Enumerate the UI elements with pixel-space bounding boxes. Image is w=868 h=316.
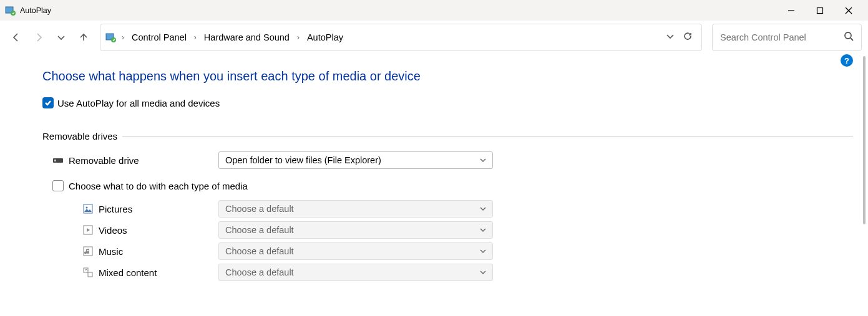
dropdown-value: Choose a default <box>225 225 294 235</box>
vertical-scrollbar[interactable] <box>862 56 867 312</box>
svg-rect-17 <box>88 272 92 277</box>
title-bar: AutoPlay <box>0 0 868 21</box>
music-dropdown[interactable]: Choose a default <box>218 242 493 260</box>
checkbox-unchecked-icon[interactable] <box>52 180 64 191</box>
dropdown-value: Choose a default <box>225 204 294 214</box>
row-mixed: Mixed content Choose a default <box>82 264 853 281</box>
svg-point-1 <box>11 11 16 16</box>
svg-rect-3 <box>817 7 823 13</box>
scrollbar-thumb[interactable] <box>863 56 866 224</box>
svg-point-13 <box>86 207 88 209</box>
row-pictures: Pictures Choose a default <box>82 200 853 218</box>
chevron-down-icon <box>480 204 486 214</box>
mixed-label: Mixed content <box>99 267 218 278</box>
row-music: Music Choose a default <box>82 242 853 260</box>
close-button[interactable] <box>834 0 863 21</box>
up-button[interactable] <box>74 27 94 47</box>
autoplay-app-icon <box>5 5 16 16</box>
videos-label: Videos <box>99 225 218 236</box>
row-videos: Videos Choose a default <box>82 221 853 239</box>
videos-icon <box>82 224 94 236</box>
svg-point-7 <box>111 37 116 42</box>
search-box[interactable] <box>712 24 862 51</box>
address-dropdown-button[interactable] <box>665 31 675 44</box>
svg-rect-15 <box>84 247 92 256</box>
music-icon <box>82 246 94 257</box>
pictures-dropdown[interactable]: Choose a default <box>218 200 493 218</box>
group-removable-drives: Removable drives <box>42 131 853 141</box>
page-title: Choose what happens when you insert each… <box>42 69 853 84</box>
dropdown-value: Choose a default <box>225 267 294 277</box>
global-autoplay-label: Use AutoPlay for all media and devices <box>57 98 220 108</box>
removable-drive-dropdown[interactable]: Open folder to view files (File Explorer… <box>218 151 493 169</box>
checkbox-checked-icon[interactable] <box>42 97 54 108</box>
breadcrumb-control-panel[interactable]: Control Panel <box>129 30 189 45</box>
location-icon <box>105 32 117 43</box>
dropdown-value: Open folder to view files (File Explorer… <box>225 155 381 165</box>
search-icon[interactable] <box>844 31 854 44</box>
chevron-right-icon[interactable]: › <box>120 33 125 42</box>
minimize-button[interactable] <box>777 0 806 21</box>
breadcrumb-autoplay[interactable]: AutoPlay <box>305 30 346 45</box>
back-button[interactable] <box>6 27 26 47</box>
svg-rect-11 <box>54 160 56 161</box>
window-controls <box>777 0 863 21</box>
media-type-list: Pictures Choose a default Videos Choose … <box>42 200 853 281</box>
pictures-icon <box>82 203 94 214</box>
search-input[interactable] <box>720 32 844 42</box>
chevron-down-icon <box>480 225 486 235</box>
media-type-toggle[interactable]: Choose what to do with each type of medi… <box>42 180 853 191</box>
chevron-down-icon <box>480 267 486 277</box>
nav-toolbar: › Control Panel › Hardware and Sound › A… <box>0 21 868 54</box>
breadcrumb-hardware-sound[interactable]: Hardware and Sound <box>202 30 292 45</box>
row-removable-drive: Removable drive Open folder to view file… <box>42 151 853 169</box>
group-label: Removable drives <box>42 131 117 141</box>
removable-drive-label: Removable drive <box>69 155 218 166</box>
content-pane: ? Choose what happens when you insert ea… <box>0 54 868 281</box>
help-icon[interactable]: ? <box>841 54 853 67</box>
media-type-label: Choose what to do with each type of medi… <box>69 181 248 191</box>
pictures-label: Pictures <box>99 204 218 214</box>
chevron-down-icon <box>480 246 486 256</box>
svg-line-9 <box>851 38 853 41</box>
dropdown-value: Choose a default <box>225 246 294 256</box>
chevron-down-icon <box>480 155 486 165</box>
global-autoplay-toggle[interactable]: Use AutoPlay for all media and devices <box>42 97 853 108</box>
divider <box>122 136 853 136</box>
mixed-dropdown[interactable]: Choose a default <box>218 264 493 281</box>
removable-drive-icon <box>52 155 64 166</box>
window-title: AutoPlay <box>20 6 51 15</box>
svg-point-8 <box>845 32 851 39</box>
maximize-button[interactable] <box>806 0 834 21</box>
history-dropdown-button[interactable] <box>51 27 71 47</box>
mixed-content-icon <box>82 267 94 278</box>
music-label: Music <box>99 246 218 257</box>
forward-button[interactable] <box>29 27 49 47</box>
refresh-button[interactable] <box>683 31 693 44</box>
address-bar[interactable]: › Control Panel › Hardware and Sound › A… <box>100 24 702 51</box>
videos-dropdown[interactable]: Choose a default <box>218 221 493 239</box>
chevron-right-icon[interactable]: › <box>296 33 301 42</box>
chevron-right-icon[interactable]: › <box>193 33 198 42</box>
